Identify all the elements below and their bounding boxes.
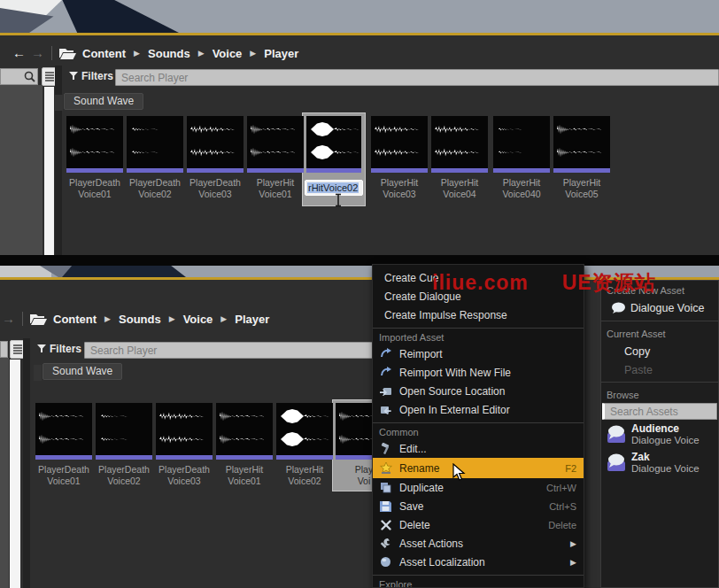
- asset-label: PlayerDeathVoice02: [121, 177, 189, 199]
- watermark-site: iliue.com: [432, 271, 529, 294]
- menu-item-shortcut: Ctrl+W: [546, 483, 576, 493]
- search-input[interactable]: [115, 69, 719, 86]
- asset-tile[interactable]: [127, 116, 183, 173]
- breadcrumb-content[interactable]: Content: [53, 313, 97, 326]
- open-external-editor-icon: [378, 403, 393, 417]
- asset-tile[interactable]: [66, 116, 123, 173]
- sources-panel-collapsed: [0, 358, 9, 588]
- picker-section-browse: Browse: [601, 385, 718, 403]
- menu-item-label: Delete: [399, 519, 539, 531]
- picker-asset-zak[interactable]: Zak Dialogue Voice: [601, 448, 718, 476]
- back-arrow-icon[interactable]: ←: [12, 47, 26, 59]
- text-cursor-ibeam: [334, 193, 343, 211]
- waveform-icon: [251, 146, 300, 159]
- picker-item-copy[interactable]: Copy: [601, 342, 718, 360]
- menu-item-delete[interactable]: Delete Delete: [373, 515, 584, 534]
- sources-search-input[interactable]: [0, 68, 38, 85]
- asset-tile[interactable]: [247, 116, 304, 173]
- asset-label: PlayerHitVoice04: [426, 177, 493, 199]
- asset-tile[interactable]: [35, 403, 92, 460]
- edit-hammer-icon: [378, 442, 393, 456]
- search-icon: [24, 71, 35, 82]
- viewport-sliver: [0, 0, 719, 33]
- rename-selected-text: rHitVoice02: [307, 182, 359, 193]
- filter-chip-notch: [34, 365, 42, 381]
- sources-scrollbar[interactable]: [44, 87, 54, 255]
- soundwave-thumbnail: [493, 116, 550, 173]
- breadcrumb-sounds[interactable]: Sounds: [119, 313, 161, 326]
- asset-tile[interactable]: [431, 116, 488, 173]
- asset-name: Audience: [631, 422, 700, 435]
- filter-chip-label: Sound Wave: [73, 95, 134, 107]
- dialogue-voice-asset-icon: [607, 424, 626, 444]
- picker-search-input[interactable]: [602, 403, 717, 420]
- soundwave-thumbnail: [187, 116, 244, 173]
- asset-tile[interactable]: [156, 403, 213, 460]
- waveform-icon: [190, 146, 240, 159]
- asset-type-bar: [493, 168, 550, 173]
- asset-tile[interactable]: [371, 116, 428, 173]
- menu-item-asset-actions[interactable]: Asset Actions ▶: [373, 534, 584, 553]
- breadcrumb-sounds[interactable]: Sounds: [148, 47, 190, 60]
- breadcrumb-voice[interactable]: Voice: [183, 313, 213, 326]
- asset-type-bar: [127, 168, 183, 173]
- asset-type-bar: [187, 168, 244, 173]
- picker-item-dialogue-voice[interactable]: Dialogue Voice: [601, 298, 718, 318]
- sources-panel-collapsed: [0, 85, 43, 255]
- divider: [601, 321, 718, 321]
- menu-item-label: Edit...: [399, 443, 576, 455]
- menu-item-shortcut: F2: [565, 463, 576, 474]
- asset-label: PlayerHitVoice01: [242, 177, 309, 199]
- top-capture: ← → Content ▶ Sounds ▶ Voice ▶ Player: [0, 0, 719, 262]
- asset-type-bar: [35, 455, 92, 460]
- menu-item-edit[interactable]: Edit...: [373, 439, 584, 458]
- soundwave-thumbnail: [96, 403, 152, 460]
- asset-type-bar: [306, 168, 361, 173]
- forward-arrow-icon[interactable]: →: [31, 47, 44, 59]
- picker-item-label: Dialogue Voice: [630, 302, 704, 314]
- picker-item-paste: Paste: [601, 360, 718, 379]
- breadcrumb-player[interactable]: Player: [264, 47, 298, 60]
- asset-tile[interactable]: [553, 116, 610, 173]
- asset-label: PlayerHitVoice02: [271, 464, 338, 486]
- watermark-text: iliue.comUE资源站: [432, 269, 656, 297]
- soundwave-thumbnail: [553, 116, 610, 173]
- asset-type-bar: [96, 455, 152, 460]
- sources-scrollbar[interactable]: [10, 360, 20, 588]
- asset-type-bar: [247, 168, 304, 173]
- menu-item-asset-localization[interactable]: Asset Localization ▶: [373, 553, 584, 571]
- search-input[interactable]: [84, 342, 385, 359]
- menu-item-save[interactable]: Save Ctrl+S: [373, 497, 584, 515]
- waveform-icon: [99, 433, 149, 445]
- menu-item-rename[interactable]: Rename F2: [373, 458, 584, 478]
- filter-funnel-icon: [69, 72, 78, 81]
- breadcrumb-content[interactable]: Content: [82, 47, 126, 60]
- menu-item-reimport[interactable]: Reimport: [373, 344, 584, 363]
- menu-item-open-source-location[interactable]: Open Source Location: [373, 382, 584, 400]
- menu-item-duplicate[interactable]: Duplicate Ctrl+W: [373, 478, 584, 497]
- menu-item-open-in-external-editor[interactable]: Open In External Editor: [373, 400, 584, 419]
- asset-tile[interactable]: [187, 116, 244, 173]
- picker-asset-audience[interactable]: Audience Dialogue Voice: [601, 420, 718, 448]
- menu-item-create-impulse-response[interactable]: Create Impulse Response: [373, 306, 584, 324]
- filter-chip-soundwave[interactable]: Sound Wave: [43, 363, 122, 380]
- breadcrumb-separator-icon: ▶: [104, 314, 111, 323]
- rename-icon: [378, 461, 393, 476]
- asset-tile[interactable]: [96, 403, 152, 460]
- menu-item-reimport-with-new-file[interactable]: Reimport With New File: [373, 363, 584, 382]
- content-browser-top: ← → Content ▶ Sounds ▶ Voice ▶ Player: [0, 35, 719, 255]
- asset-tile[interactable]: [493, 116, 550, 173]
- sources-search-input[interactable]: [0, 341, 8, 358]
- asset-label: PlayerDeathVoice01: [61, 177, 128, 199]
- forward-arrow-icon[interactable]: →: [2, 313, 15, 325]
- breadcrumb-voice[interactable]: Voice: [213, 47, 243, 60]
- asset-tile[interactable]: [276, 403, 333, 460]
- filter-chip-soundwave[interactable]: Sound Wave: [64, 93, 143, 110]
- asset-tile[interactable]: [216, 403, 273, 460]
- waveform-icon: [130, 123, 180, 135]
- breadcrumb-player[interactable]: Player: [235, 313, 269, 326]
- waveform-icon: [435, 146, 484, 159]
- asset-type: Dialogue Voice: [631, 463, 700, 475]
- asset-tile-renaming[interactable]: [306, 116, 363, 173]
- waveform-icon: [159, 433, 209, 445]
